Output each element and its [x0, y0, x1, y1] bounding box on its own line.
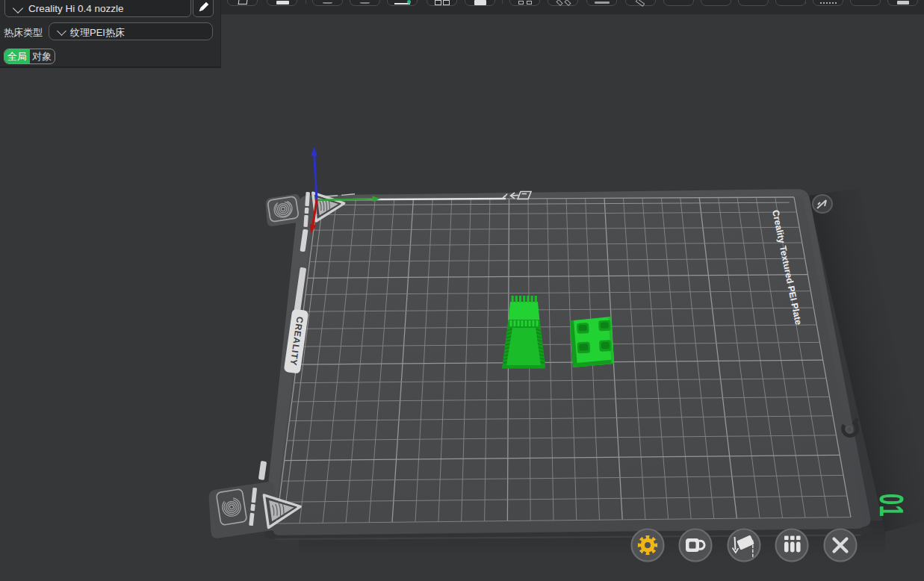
- svg-text:01: 01: [872, 494, 911, 517]
